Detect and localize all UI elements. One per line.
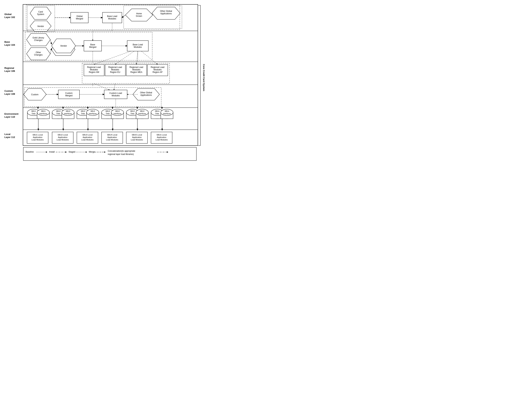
- svg-text:Load Modules: Load Modules: [81, 139, 94, 141]
- svg-text:SBU2: SBU2: [81, 110, 86, 112]
- svg-text:Application: Application: [33, 136, 42, 138]
- svg-line-81: [114, 84, 115, 90]
- svg-text:Home: Home: [136, 12, 142, 15]
- svg-text:SBU2: SBU2: [140, 110, 145, 112]
- svg-text:SBU2: SBU2: [115, 110, 120, 112]
- svg-text:Merged: Merged: [76, 18, 83, 20]
- svg-text:Other Global: Other Global: [160, 10, 172, 12]
- svg-text:Layer 102: Layer 102: [4, 16, 15, 19]
- svg-line-80: [94, 84, 109, 90]
- svg-text:Layer 112: Layer 112: [4, 136, 15, 139]
- svg-text:SBU5 Local: SBU5 Local: [132, 134, 142, 136]
- svg-line-38: [50, 48, 52, 54]
- svg-marker-163: [46, 151, 47, 153]
- svg-text:Modules: Modules: [112, 95, 119, 97]
- svg-text:Vendor: Vendor: [37, 25, 44, 28]
- svg-text:Data: Data: [130, 113, 134, 115]
- svg-text:Modules: Modules: [108, 18, 116, 20]
- card-system-label: Card: [38, 10, 43, 13]
- svg-line-63: [115, 51, 134, 64]
- svg-line-37: [50, 40, 52, 44]
- legend-baseline-label: Baseline: [26, 151, 34, 153]
- svg-text:Modules: Modules: [111, 68, 119, 71]
- svg-text:Changes: Changes: [34, 54, 43, 56]
- svg-text:Modules: Modules: [154, 68, 161, 71]
- svg-text:SBU3 Local: SBU3 Local: [82, 134, 93, 136]
- svg-text:Layer 106: Layer 106: [4, 70, 15, 72]
- svg-marker-172: [167, 151, 168, 153]
- svg-text:Custom: Custom: [65, 92, 72, 95]
- svg-text:Region MEA: Region MEA: [130, 71, 142, 73]
- legend-install-label: Install: [49, 151, 55, 153]
- architecture-diagram: Global Layer 102 Base Layer 104 Regional…: [3, 3, 208, 162]
- svg-text:Application: Application: [132, 136, 142, 138]
- svg-text:Interfaces: Interfaces: [39, 113, 47, 115]
- environment-layer-label: Environment: [4, 113, 19, 115]
- svg-text:SBUn: SBUn: [155, 110, 159, 112]
- svg-text:Application: Application: [107, 136, 117, 138]
- svg-text:Regional Load: Regional Load: [129, 66, 143, 68]
- svg-text:Regional Load: Regional Load: [108, 66, 122, 68]
- svg-line-64: [136, 51, 138, 64]
- svg-text:Base: Base: [90, 43, 95, 46]
- svg-text:Custom Load: Custom Load: [109, 92, 122, 95]
- svg-text:Layer 104: Layer 104: [4, 44, 15, 46]
- svg-text:SBU2: SBU2: [130, 110, 135, 112]
- svg-text:SBU2 Local: SBU2 Local: [58, 134, 68, 136]
- svg-text:Load Modules: Load Modules: [57, 139, 69, 141]
- svg-text:Data: Data: [81, 113, 85, 115]
- svg-text:Load Modules: Load Modules: [131, 139, 143, 141]
- svg-text:Global: Global: [77, 15, 83, 18]
- svg-text:Custom: Custom: [31, 93, 38, 96]
- svg-text:Data: Data: [32, 113, 36, 115]
- svg-text:Regional Load: Regional Load: [151, 66, 164, 68]
- svg-text:Load Modules: Load Modules: [156, 139, 168, 141]
- svg-text:SBU1: SBU1: [41, 110, 46, 112]
- svg-line-65: [141, 51, 158, 64]
- svg-text:SBU2: SBU2: [90, 110, 95, 112]
- svg-text:Layer 110: Layer 110: [4, 115, 15, 118]
- legend-merge-label: Merge: [89, 151, 95, 153]
- svg-text:Base Load: Base Load: [133, 43, 143, 46]
- svg-text:Interfaces: Interfaces: [163, 113, 171, 115]
- svg-text:Load Modules: Load Modules: [106, 139, 118, 141]
- svg-marker-167: [86, 151, 87, 153]
- svg-text:Data: Data: [56, 113, 60, 115]
- svg-text:Region EU: Region EU: [110, 71, 120, 73]
- svg-text:Layer 108: Layer 108: [4, 93, 15, 95]
- custom-layer-label: Custom: [4, 90, 13, 92]
- svg-text:Changes: Changes: [34, 39, 43, 41]
- svg-text:System: System: [37, 13, 44, 16]
- svg-text:Region AP: Region AP: [153, 71, 163, 73]
- svg-text:Merged: Merged: [89, 46, 97, 48]
- svg-text:Regional Load: Regional Load: [87, 66, 101, 68]
- svg-text:SBU2: SBU2: [66, 110, 70, 112]
- core-system-label: Core Credit Card System: [203, 64, 205, 91]
- svg-text:Modules: Modules: [134, 46, 142, 48]
- svg-text:SBU2: SBU2: [105, 110, 110, 112]
- page-wrapper: Global Layer 102 Base Layer 104 Regional…: [3, 3, 208, 162]
- svg-text:Interfaces: Interfaces: [114, 113, 121, 115]
- svg-text:SBUn Local: SBUn Local: [157, 134, 167, 136]
- svg-text:Application: Application: [157, 136, 166, 138]
- svg-text:Vendor: Vendor: [60, 45, 67, 47]
- svg-text:SBU2: SBU2: [56, 110, 61, 112]
- legend-staged-label: Staged: [69, 151, 75, 153]
- svg-text:Applications: Applications: [160, 12, 172, 15]
- svg-text:Data: Data: [106, 113, 110, 115]
- svg-text:Grown: Grown: [136, 15, 142, 17]
- svg-marker-165: [65, 151, 67, 153]
- global-layer-label: Global: [4, 13, 11, 16]
- svg-text:Modules: Modules: [132, 68, 140, 71]
- svg-text:Interfaces: Interfaces: [64, 113, 72, 115]
- svg-text:Gold Library: Gold Library: [32, 37, 44, 39]
- svg-text:Merged: Merged: [65, 95, 73, 97]
- svg-text:Other: Other: [36, 51, 41, 54]
- svg-text:SBU1 Local: SBU1 Local: [32, 134, 43, 136]
- svg-text:Modules: Modules: [90, 68, 98, 71]
- svg-text:SBU4 Local: SBU4 Local: [107, 134, 117, 136]
- svg-text:Applications: Applications: [140, 94, 152, 96]
- svg-marker-169: [104, 151, 106, 153]
- svg-text:regional layer load libraries): regional layer load libraries): [108, 153, 134, 155]
- svg-text:Interfaces: Interfaces: [89, 113, 97, 115]
